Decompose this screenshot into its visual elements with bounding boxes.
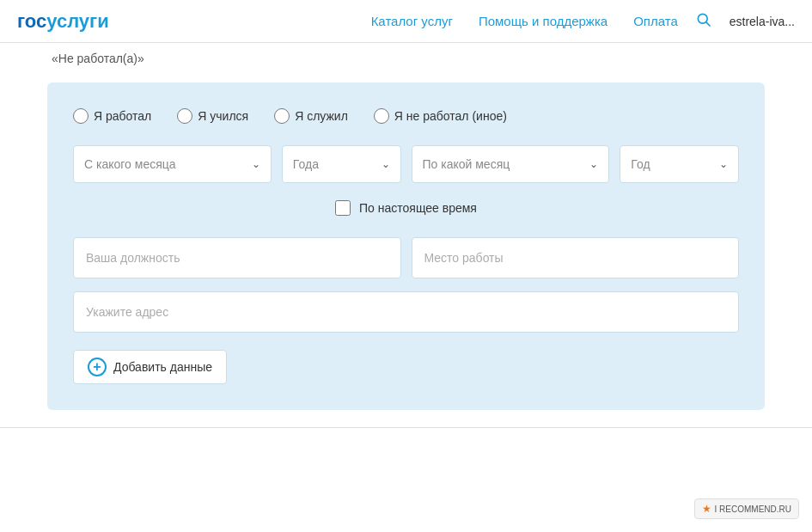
add-data-button[interactable]: + Добавить данные [73,350,227,384]
nav-help[interactable]: Помощь и поддержка [479,14,607,28]
search-icon [695,11,712,28]
breadcrumb-text: «Не работал(а)» [52,52,144,65]
user-name: estrela-iva... [730,15,795,28]
chevron-from-month-icon: ⌄ [252,158,260,170]
footer-line [0,427,812,428]
star-icon: ★ [702,503,711,515]
radio-item-worked[interactable]: Я работал [73,108,151,124]
position-input[interactable] [73,237,401,278]
to-month-select[interactable]: По какой месяц ⌄ [412,145,610,183]
to-year-label: Год [631,157,719,171]
date-row: С какого месяца ⌄ Года ⌄ По какой месяц … [73,145,739,183]
radio-worked-label: Я работал [94,109,151,123]
checkbox-row: По настоящее время [73,200,739,216]
from-month-select[interactable]: С какого месяца ⌄ [73,145,272,183]
radio-studied-label: Я учился [198,109,248,123]
radio-studied[interactable] [177,108,192,124]
workplace-input[interactable] [412,237,740,278]
recommend-label: I RECOMMEND.RU [715,504,791,514]
header: госуслуги Каталог услуг Помощь и поддерж… [0,0,812,43]
radio-not-worked[interactable] [374,108,389,124]
radio-item-not-worked[interactable]: Я не работал (иное) [374,108,507,124]
svg-point-0 [698,14,707,23]
nav-catalog[interactable]: Каталог услуг [371,14,453,28]
chevron-to-year-icon: ⌄ [719,158,728,170]
breadcrumb: «Не работал(а)» [0,43,812,65]
plus-icon: + [88,358,107,376]
from-year-select[interactable]: Года ⌄ [282,145,401,183]
radio-group: Я работал Я учился Я служил Я не работал… [73,108,739,124]
present-label: По настоящее время [359,201,477,215]
radio-not-worked-label: Я не работал (иное) [394,109,507,123]
form-card: Я работал Я учился Я служил Я не работал… [47,83,765,410]
recommend-badge: ★ I RECOMMEND.RU [694,498,799,519]
svg-line-1 [706,21,711,26]
nav: Каталог услуг Помощь и поддержка Оплата [371,14,678,28]
from-year-label: Года [293,157,382,171]
input-row-position-workplace [73,237,739,278]
radio-served[interactable] [274,108,290,124]
add-data-label: Добавить данные [113,360,212,374]
radio-item-served[interactable]: Я служил [274,108,348,124]
logo-uslugi: услуги [46,10,109,32]
logo-gos: гос [17,10,46,32]
radio-item-studied[interactable]: Я учился [177,108,248,124]
to-year-select[interactable]: Год ⌄ [620,145,739,183]
nav-payment[interactable]: Оплата [633,14,678,28]
search-button[interactable] [695,11,712,32]
logo: госуслуги [17,10,109,33]
address-input[interactable] [73,291,739,333]
from-month-label: С какого месяца [84,157,252,171]
chevron-to-month-icon: ⌄ [589,158,598,170]
present-checkbox[interactable] [335,200,351,216]
chevron-from-year-icon: ⌄ [382,158,390,170]
radio-worked[interactable] [73,108,89,124]
to-month-label: По какой месяц [423,157,590,171]
radio-served-label: Я служил [295,109,348,123]
